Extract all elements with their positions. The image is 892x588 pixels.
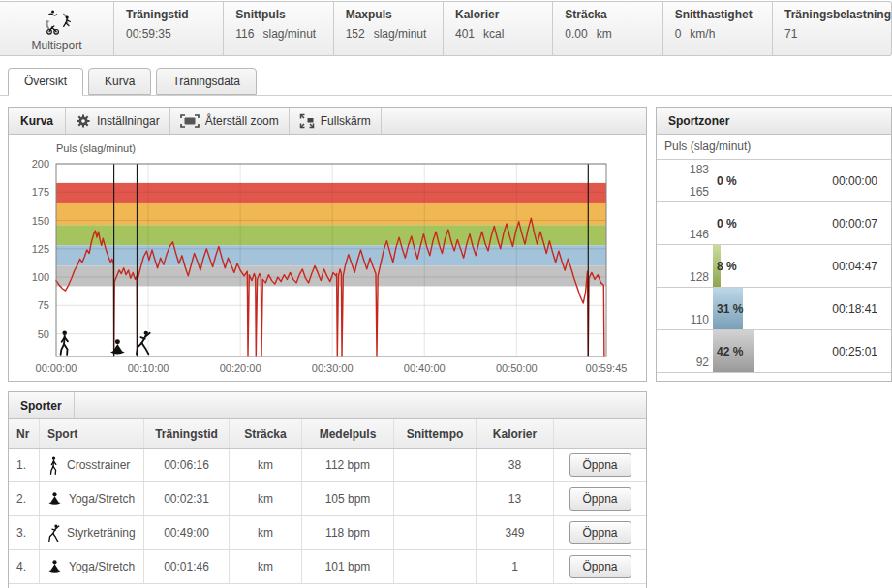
activity-label: Multisport bbox=[31, 39, 81, 52]
sportzones-subtitle: Puls (slag/minut) bbox=[657, 135, 891, 160]
curve-panel-title: Kurva bbox=[9, 108, 66, 134]
cell-snittempo bbox=[394, 550, 477, 583]
stat-value: 116 bbox=[235, 27, 254, 41]
cell-stracka: km bbox=[230, 550, 302, 583]
cell-traningstid: 00:49:00 bbox=[144, 516, 230, 549]
sports-panel: Sporter Nr Sport Träningstid Sträcka Med… bbox=[8, 391, 647, 588]
crosstrainer-icon bbox=[47, 456, 60, 475]
fullscreen-button[interactable]: Fullskärm bbox=[290, 108, 382, 134]
hr-zone-band bbox=[56, 183, 606, 203]
zone-time: 00:04:47 bbox=[832, 260, 877, 273]
tab-strip: Översikt Kurva Träningsdata bbox=[0, 68, 892, 96]
column-header-nr: Nr bbox=[9, 419, 40, 448]
gear-icon bbox=[76, 113, 91, 129]
cell-snittempo bbox=[394, 516, 477, 549]
zone-lower-limit: 128 bbox=[657, 270, 709, 284]
stat-label: Träningsbelastning bbox=[784, 8, 891, 21]
zone-lower-limit: 165 bbox=[657, 185, 709, 199]
cell-traningstid: 00:01:46 bbox=[144, 550, 230, 583]
table-row: 4.Yoga/Stretch00:01:46km101 bpm1Öppna bbox=[9, 550, 646, 584]
stat-value: 71 bbox=[784, 27, 797, 41]
header-stat-traningsbelastning: Träningsbelastning 71 bbox=[773, 2, 891, 55]
cell-actions: Öppna bbox=[554, 516, 646, 549]
sport-label: Yoga/Stretch bbox=[69, 560, 135, 573]
stat-value: 00:59:35 bbox=[126, 27, 171, 41]
header-stat-kalorier: Kalorier 401kcal bbox=[444, 2, 553, 55]
stat-unit: kcal bbox=[483, 27, 504, 41]
sportzones-footer bbox=[657, 373, 891, 383]
stat-label: Kalorier bbox=[455, 8, 552, 21]
summary-bar: Multisport Träningstid 00:59:35 Snittpul… bbox=[0, 1, 892, 56]
zone-row: 0 % 00:00:07 146 bbox=[657, 202, 891, 245]
yoga-icon bbox=[110, 339, 125, 354]
x-axis-tick-label: 00:10:00 bbox=[128, 362, 169, 374]
cell-medelpuls: 112 bpm bbox=[302, 449, 394, 481]
strength-icon bbox=[47, 524, 60, 542]
x-axis-tick-label: 00:50:00 bbox=[496, 362, 538, 374]
y-axis-tick-label: 200 bbox=[32, 158, 49, 170]
cell-kalorier: 13 bbox=[477, 482, 554, 515]
sport-label: Crosstrainer bbox=[67, 458, 130, 472]
sports-panel-header: Sporter bbox=[9, 392, 646, 419]
tab-kurva[interactable]: Kurva bbox=[88, 68, 151, 95]
reset-zoom-icon bbox=[180, 114, 200, 128]
cell-nr: 1. bbox=[9, 449, 40, 481]
tab-oversikt[interactable]: Översikt bbox=[8, 68, 83, 96]
cell-sport: Yoga/Stretch bbox=[40, 482, 144, 515]
cell-stracka: km bbox=[230, 516, 302, 549]
column-header-actions bbox=[554, 419, 646, 448]
cell-stracka: km bbox=[230, 449, 302, 481]
column-header-stracka: Sträcka bbox=[230, 419, 302, 448]
app-window: Multisport Träningstid 00:59:35 Snittpul… bbox=[0, 0, 892, 588]
pulse-chart[interactable]: 507510012515017520000:00:0000:10:0000:20… bbox=[9, 135, 646, 382]
sportzones-title: Sportzoner bbox=[657, 108, 741, 134]
settings-label: Inställningar bbox=[97, 114, 160, 128]
yoga-icon bbox=[47, 560, 62, 573]
zone-time: 00:25:01 bbox=[832, 345, 877, 358]
y-axis-tick-label: 50 bbox=[38, 328, 49, 340]
y-axis-tick-label: 175 bbox=[32, 186, 49, 198]
zone-row: 8 % 00:04:47 128 bbox=[657, 245, 891, 288]
open-sport-button[interactable]: Öppna bbox=[569, 453, 631, 477]
stat-label: Snittpuls bbox=[235, 8, 332, 21]
cell-actions: Öppna bbox=[554, 449, 646, 481]
zone-time: 00:18:41 bbox=[832, 302, 877, 316]
table-row: 3.Styrketräning00:49:00km118 bpm349Öppna bbox=[9, 516, 646, 550]
fullscreen-icon bbox=[299, 113, 315, 129]
x-axis-tick-label: 00:40:00 bbox=[404, 362, 446, 374]
hr-zone-band bbox=[56, 203, 606, 225]
crosstrainer-icon bbox=[61, 331, 68, 355]
cell-kalorier: 38 bbox=[477, 449, 554, 481]
cell-sport: Crosstrainer bbox=[40, 449, 144, 481]
stat-unit: slag/minut bbox=[262, 27, 316, 41]
cell-nr: 3. bbox=[9, 516, 40, 549]
column-header-kalorier: Kalorier bbox=[477, 419, 554, 448]
open-sport-button[interactable]: Öppna bbox=[569, 521, 631, 544]
zone-lower-limit: 92 bbox=[657, 356, 709, 369]
stat-value: 0.00 bbox=[565, 27, 587, 41]
x-axis-tick-label: 00:00:00 bbox=[36, 362, 77, 374]
column-header-snittempo: Snittempo bbox=[394, 419, 477, 448]
open-sport-button[interactable]: Öppna bbox=[569, 555, 631, 578]
cell-medelpuls: 118 bpm bbox=[302, 516, 394, 549]
cell-snittempo bbox=[394, 449, 477, 481]
zone-upper-limit: 183 bbox=[657, 163, 709, 176]
header-stat-stracka: Sträcka 0.00km bbox=[553, 2, 662, 55]
tab-traningsdata[interactable]: Träningsdata bbox=[156, 68, 257, 95]
reset-zoom-button[interactable]: Återställ zoom bbox=[170, 108, 290, 134]
curve-panel-header: Kurva Inställningar Återställ zoom Fulls… bbox=[9, 108, 646, 135]
column-header-traningstid: Träningstid bbox=[144, 419, 230, 448]
y-axis-tick-label: 75 bbox=[38, 299, 49, 311]
stat-label: Maxpuls bbox=[346, 8, 443, 21]
zone-percent: 0 % bbox=[717, 217, 737, 231]
table-row: 2.Yoga/Stretch00:02:31km105 bpm13Öppna bbox=[9, 482, 646, 516]
chart-title: Puls (slag/minut) bbox=[56, 142, 136, 154]
open-sport-button[interactable]: Öppna bbox=[569, 487, 631, 511]
settings-button[interactable]: Inställningar bbox=[66, 108, 170, 134]
cell-snittempo bbox=[394, 482, 477, 515]
curve-panel: Kurva Inställningar Återställ zoom Fulls… bbox=[8, 107, 647, 382]
header-stat-snitthastighet: Snitthastighet 0km/h bbox=[663, 2, 773, 55]
cell-nr: 4. bbox=[9, 550, 40, 583]
sports-table-header: Nr Sport Träningstid Sträcka Medelpuls S… bbox=[9, 419, 646, 449]
stat-label: Snitthastighet bbox=[675, 8, 772, 21]
